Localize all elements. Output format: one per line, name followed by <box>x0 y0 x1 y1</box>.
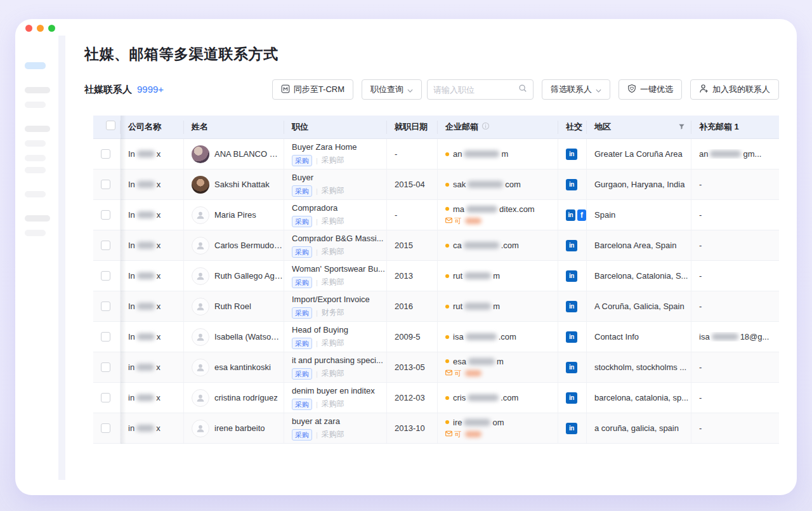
table-row[interactable]: Inx ANA BLANCO REY Buyer Zara Home 采购 | … <box>93 139 779 169</box>
start-date: 2013 <box>395 271 437 281</box>
extra-email: - <box>699 393 779 402</box>
maximize-window-button[interactable] <box>48 25 55 32</box>
table-row[interactable]: inx irene barbeito buyer at zara 采购 | 采购… <box>93 413 779 444</box>
table-row[interactable]: Inx Ruth Gallego Agulló Woman' Sportswea… <box>93 261 779 291</box>
filter-contacts-dropdown[interactable]: 筛选联系人 <box>542 79 610 100</box>
contact-name[interactable]: Sakshi Khattak <box>214 180 270 189</box>
contact-name[interactable]: Maria Pires <box>214 210 256 220</box>
sync-to-crm-button[interactable]: 同步至T-CRM <box>272 79 353 100</box>
sidebar-skeleton-bar <box>25 191 46 197</box>
row-checkbox[interactable] <box>101 180 110 189</box>
corporate-email[interactable]: anm <box>453 149 508 159</box>
deliverable-tag: 可 <box>445 216 558 226</box>
contact-name[interactable]: Carlos Bermudo Cr... <box>214 241 284 250</box>
job-title: Import/Export Invoice <box>292 295 386 305</box>
row-checkbox[interactable] <box>101 149 110 159</box>
table-row[interactable]: inx esa kantinkoski it and purchasing sp… <box>93 352 779 383</box>
filter-funnel-icon[interactable] <box>678 123 685 132</box>
table-row[interactable]: Inx Ruth Roel Import/Export Invoice 采购 |… <box>93 291 779 322</box>
corporate-email[interactable]: rutm <box>453 271 500 281</box>
row-checkbox[interactable] <box>101 332 110 342</box>
contact-name[interactable]: cristina rodríguez <box>214 393 278 402</box>
redacted-text <box>136 364 154 371</box>
corporate-email[interactable]: sakcom <box>453 180 521 189</box>
corporate-email[interactable]: ca.com <box>453 241 519 250</box>
company-name: Inx <box>128 210 183 220</box>
linkedin-icon[interactable]: in <box>566 331 577 343</box>
corporate-email[interactable]: ireom <box>453 418 504 427</box>
redacted-text <box>137 333 155 340</box>
sidebar-skeleton-bar <box>25 215 50 222</box>
add-to-my-contacts-button[interactable]: 加入我的联系人 <box>690 79 779 100</box>
linkedin-icon[interactable]: in <box>566 179 577 190</box>
person-add-icon <box>699 84 709 95</box>
contact-name[interactable]: irene barbeito <box>214 423 265 433</box>
row-checkbox[interactable] <box>101 271 110 281</box>
deliverable-label: 可 <box>454 369 461 378</box>
row-checkbox[interactable] <box>101 302 110 311</box>
contact-name[interactable]: esa kantinkoski <box>214 362 271 372</box>
corporate-email[interactable]: maditex.com <box>453 204 535 214</box>
contact-name[interactable]: Ruth Gallego Agulló <box>214 271 284 281</box>
corporate-email[interactable]: cris.com <box>453 393 518 402</box>
department-tag: 采购 <box>292 338 312 349</box>
select-all-checkbox[interactable] <box>106 121 115 130</box>
linkedin-icon[interactable]: in <box>566 270 577 282</box>
department-name: 采购部 <box>322 338 344 348</box>
row-checkbox[interactable] <box>101 423 110 433</box>
avatar <box>192 206 209 224</box>
row-checkbox[interactable] <box>101 210 110 220</box>
corporate-email[interactable]: esam <box>453 357 504 366</box>
table-row[interactable]: Inx Isabella (Watson) L... Head of Buyin… <box>93 322 779 352</box>
contacts-table: 公司名称 姓名 职位 就职日期 企业邮箱 社交 地区 补充邮箱 1 Inx <box>93 116 779 444</box>
one-click-optimize-button[interactable]: 一键优选 <box>619 79 682 100</box>
corporate-email[interactable]: isa.com <box>453 332 516 342</box>
facebook-icon[interactable]: f <box>577 209 587 221</box>
contact-name[interactable]: Isabella (Watson) L... <box>214 332 284 342</box>
department-name: 采购部 <box>322 399 344 409</box>
table-row[interactable]: Inx Maria Pires Compradora 采购 | 采购部 - ma… <box>93 200 779 230</box>
linkedin-icon[interactable]: in <box>566 240 577 251</box>
contact-name[interactable]: Ruth Roel <box>214 302 251 311</box>
search-icon[interactable] <box>518 84 527 95</box>
header-cell-social: 社交 <box>558 121 587 134</box>
header-cell-extra-email: 补充邮箱 1 <box>691 121 779 134</box>
linkedin-icon[interactable]: in <box>566 209 575 221</box>
department-name: 采购部 <box>322 368 344 379</box>
row-checkbox[interactable] <box>101 241 110 250</box>
row-checkbox[interactable] <box>101 362 110 372</box>
contact-name[interactable]: ANA BLANCO REY <box>214 149 284 159</box>
linkedin-icon[interactable]: in <box>566 362 577 373</box>
tag-separator: | <box>316 187 318 195</box>
region: Gurgaon, Haryana, India <box>594 180 691 189</box>
company-name: inx <box>128 362 183 372</box>
close-window-button[interactable] <box>25 25 32 32</box>
position-search-input[interactable] <box>433 85 518 95</box>
tag-separator: | <box>316 218 318 225</box>
linkedin-icon[interactable]: in <box>566 423 577 434</box>
redacted-text <box>465 370 481 376</box>
linkedin-icon[interactable]: in <box>566 301 577 312</box>
table-row[interactable]: inx cristina rodríguez denim buyer en in… <box>93 383 779 413</box>
row-checkbox[interactable] <box>101 393 110 402</box>
tag-separator: | <box>316 248 318 256</box>
sidebar-active-item[interactable] <box>25 62 46 69</box>
extra-email: - <box>699 362 779 372</box>
header-cell-title: 职位 <box>284 121 387 134</box>
info-icon[interactable] <box>481 122 490 132</box>
linkedin-icon[interactable]: in <box>566 149 577 160</box>
position-query-dropdown[interactable]: 职位查询 <box>362 79 422 100</box>
table-row[interactable]: Inx Sakshi Khattak Buyer 采购 | 采购部 2015-0… <box>93 169 779 200</box>
redacted-text <box>137 181 155 188</box>
deliverable-tag: 可 <box>445 369 558 378</box>
company-name: Inx <box>128 332 183 342</box>
department-name: 财务部 <box>322 307 344 318</box>
envelope-icon <box>445 430 452 438</box>
table-row[interactable]: Inx Carlos Bermudo Cr... Comprador B&G M… <box>93 230 779 261</box>
linkedin-icon[interactable]: in <box>566 392 577 404</box>
minimize-window-button[interactable] <box>37 25 44 32</box>
corporate-email[interactable]: rutm <box>453 302 500 311</box>
email-status-dot <box>445 274 449 278</box>
redacted-text <box>464 272 491 279</box>
badge-heart-icon <box>627 84 636 95</box>
